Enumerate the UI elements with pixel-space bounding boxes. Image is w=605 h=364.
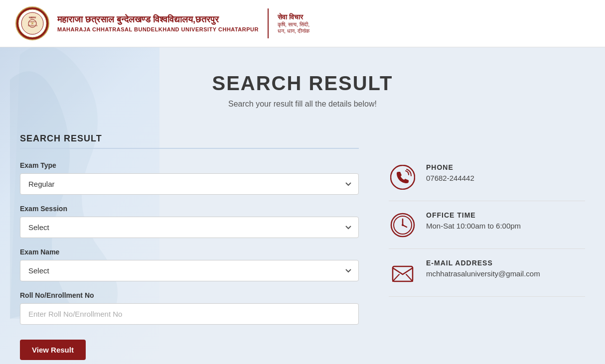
exam-name-group: Exam Name Select — [20, 248, 359, 281]
form-section-title: SEARCH RESULT — [20, 133, 359, 149]
two-column-layout: SEARCH RESULT Exam Type Regular Ex-Stude… — [20, 133, 585, 360]
contact-item-office-time: OFFICE TIME Mon-Sat 10:00am to 6:00pm — [389, 201, 585, 249]
svg-point-8 — [391, 165, 415, 189]
university-logo: महाराजा छत्रसाल विश्वविद्यालय — [15, 6, 50, 41]
email-value: mchhatrasaluniversity@gmail.com — [426, 269, 540, 278]
contact-item-phone: PHONE 07682-244442 — [389, 158, 585, 201]
tagline-sub2: धन, धान, दीनांक — [278, 28, 309, 34]
page-title: SEARCH RESULT — [20, 72, 585, 95]
page-title-section: SEARCH RESULT Search your result fill al… — [20, 62, 585, 119]
university-text: महाराजा छत्रसाल बुन्देलखण्ड विश्वविद्याल… — [57, 14, 259, 32]
tagline-label: सेवा विचार — [278, 13, 309, 21]
exam-type-select[interactable]: Regular Ex-Student — [20, 173, 359, 195]
roll-no-group: Roll No/Enrollment No — [20, 291, 359, 325]
header-tagline: सेवा विचार कृषि, सत्य, सिंदी, धन, धान, द… — [278, 13, 309, 34]
contact-column: PHONE 07682-244442 OFFICE TIME — [389, 133, 585, 360]
office-time-value: Mon-Sat 10:00am to 6:00pm — [426, 222, 521, 230]
svg-text:महाराजा: महाराजा — [28, 16, 36, 19]
exam-type-group: Exam Type Regular Ex-Student — [20, 161, 359, 195]
exam-session-group: Exam Session Select — [20, 205, 359, 238]
form-column: SEARCH RESULT Exam Type Regular Ex-Stude… — [20, 133, 359, 360]
exam-session-label: Exam Session — [20, 205, 359, 213]
university-name-hindi: महाराजा छत्रसाल बुन्देलखण्ड विश्वविद्याल… — [57, 14, 259, 25]
tagline-sub1: कृषि, सत्य, सिंदी, — [278, 21, 309, 28]
clock-icon — [389, 211, 416, 239]
phone-details: PHONE 07682-244442 — [426, 163, 474, 182]
phone-label: PHONE — [426, 163, 474, 171]
main-content: SEARCH RESULT Search your result fill al… — [0, 47, 605, 364]
exam-session-select[interactable]: Select — [20, 217, 359, 238]
roll-no-label: Roll No/Enrollment No — [20, 291, 359, 299]
contact-item-email: E-MAIL ADDRESS mchhatrasaluniversity@gma… — [389, 249, 585, 297]
site-header: महाराजा छत्रसाल विश्वविद्यालय महाराजा छत… — [0, 0, 605, 47]
email-details: E-MAIL ADDRESS mchhatrasaluniversity@gma… — [426, 259, 540, 278]
roll-no-input[interactable] — [20, 303, 359, 325]
exam-name-label: Exam Name — [20, 248, 359, 256]
email-icon — [389, 259, 416, 286]
phone-value: 07682-244442 — [426, 174, 474, 182]
email-label: E-MAIL ADDRESS — [426, 259, 540, 267]
svg-point-13 — [402, 224, 404, 226]
svg-line-16 — [406, 274, 413, 281]
exam-type-label: Exam Type — [20, 161, 359, 169]
svg-line-15 — [393, 274, 399, 281]
university-name-english: MAHARAJA CHHATRASAL BUNDELKHAND UNIVERSI… — [57, 26, 259, 32]
exam-name-select[interactable]: Select — [20, 260, 359, 281]
office-time-label: OFFICE TIME — [426, 211, 521, 219]
page-subtitle: Search your result fill all the details … — [20, 100, 585, 109]
view-result-button[interactable]: View Result — [20, 340, 86, 360]
office-time-details: OFFICE TIME Mon-Sat 10:00am to 6:00pm — [426, 211, 521, 230]
phone-icon — [389, 163, 416, 191]
header-divider — [268, 8, 269, 38]
